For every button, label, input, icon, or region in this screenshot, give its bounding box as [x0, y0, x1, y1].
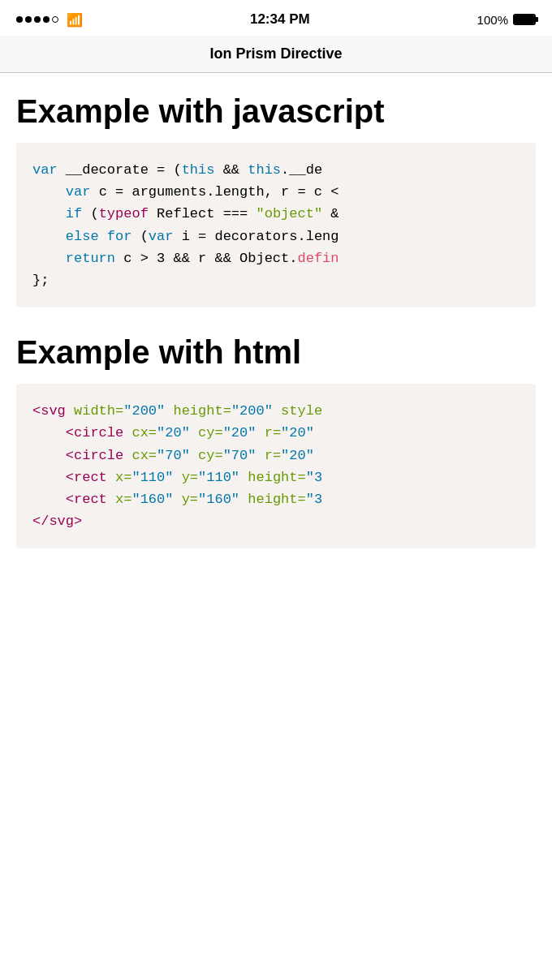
- signal-dot-4: [43, 16, 50, 23]
- signal-dot-5: [52, 16, 58, 23]
- battery-percent: 100%: [477, 13, 508, 27]
- status-bar: 📶 12:34 PM 100%: [0, 0, 552, 36]
- js-code-content: var __decorate = (this && this.__de var …: [32, 159, 520, 291]
- signal-dots: [16, 16, 58, 23]
- status-right: 100%: [477, 13, 536, 27]
- wifi-icon: 📶: [67, 12, 83, 28]
- js-section-heading: Example with javascript: [16, 92, 536, 130]
- battery-fill: [515, 15, 534, 24]
- signal-dot-3: [34, 16, 41, 23]
- html-code-content: <svg width="200" height="200" style <cir…: [32, 400, 520, 532]
- battery-icon: [513, 14, 536, 25]
- nav-title: Ion Prism Directive: [209, 45, 342, 62]
- nav-bar: Ion Prism Directive: [0, 36, 552, 73]
- html-section-heading: Example with html: [16, 333, 536, 371]
- status-left: 📶: [16, 12, 83, 28]
- signal-dot-1: [16, 16, 23, 23]
- html-code-block: <svg width="200" height="200" style <cir…: [16, 384, 536, 548]
- js-code-block: var __decorate = (this && this.__de var …: [16, 143, 536, 307]
- status-time: 12:34 PM: [250, 11, 310, 28]
- main-content: Example with javascript var __decorate =…: [0, 73, 552, 574]
- signal-dot-2: [25, 16, 32, 23]
